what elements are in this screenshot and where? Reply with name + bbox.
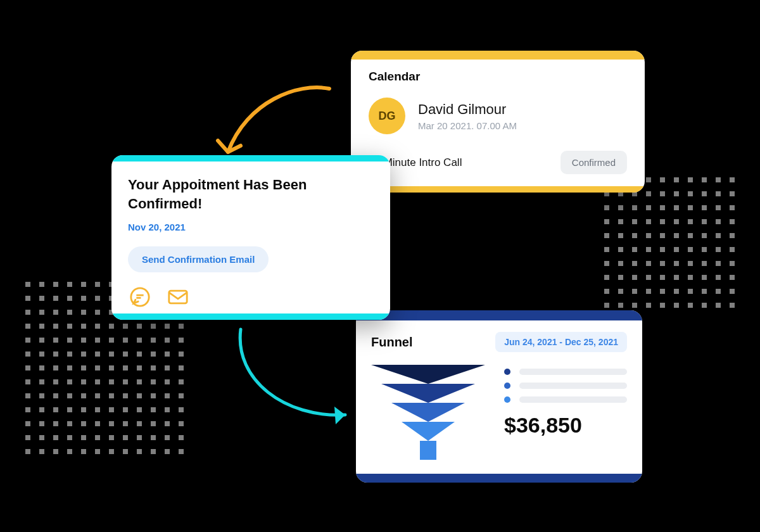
funnel-legend-row-1 [504, 369, 627, 375]
funnel-card-accent-top [356, 310, 642, 320]
calendar-card: Calendar DG David Gilmour Mar 20 2021. 0… [351, 51, 645, 193]
calendar-card-accent-top [351, 51, 645, 60]
appointment-card-accent-bottom [111, 314, 390, 320]
funnel-stage-1 [371, 365, 485, 384]
svg-rect-3 [169, 291, 187, 303]
funnel-card: Funnel Jun 24, 2021 - Dec 25, 2021 [356, 310, 642, 483]
legend-dot-3 [504, 396, 510, 403]
funnel-date-range[interactable]: Jun 24, 2021 - Dec 25, 2021 [495, 332, 627, 352]
appointment-datetime: Mar 20 2021. 07.00 AM [418, 120, 517, 131]
legend-dot-2 [504, 383, 510, 389]
funnel-card-accent-bottom [356, 474, 642, 483]
funnel-chart [371, 365, 485, 472]
funnel-legend-row-2 [504, 383, 627, 389]
funnel-stage-4 [402, 422, 455, 441]
email-icon[interactable] [166, 285, 190, 309]
appointment-title: Your Appoitment Has Been Confirmed! [128, 175, 331, 213]
funnel-legend-row-3 [504, 396, 627, 403]
legend-line-2 [519, 383, 627, 389]
contact-avatar[interactable]: DG [369, 98, 405, 134]
calendar-title: Calendar [369, 70, 627, 84]
status-badge: Confirmed [560, 151, 627, 174]
chat-icon[interactable] [128, 285, 152, 309]
send-confirmation-email-button[interactable]: Send Confirmation Email [128, 246, 269, 272]
legend-dot-1 [504, 369, 510, 375]
funnel-stem [420, 441, 436, 460]
funnel-stage-3 [391, 403, 465, 422]
funnel-stage-2 [381, 384, 475, 403]
calendar-card-accent-bottom [351, 186, 645, 193]
contact-name: David Gilmour [418, 101, 517, 118]
funnel-title: Funnel [371, 335, 413, 350]
funnel-amount: $36,850 [504, 413, 627, 438]
appointment-date: Nov 20, 2021 [128, 222, 374, 232]
svg-marker-4 [334, 407, 345, 424]
arrow-appointment-to-funnel [228, 323, 367, 431]
legend-line-3 [519, 396, 627, 403]
legend-line-1 [519, 369, 627, 375]
appointment-card: Your Appoitment Has Been Confirmed! Nov … [111, 155, 390, 320]
arrow-calendar-to-appointment [209, 82, 336, 171]
decorative-dots-right [604, 177, 735, 308]
